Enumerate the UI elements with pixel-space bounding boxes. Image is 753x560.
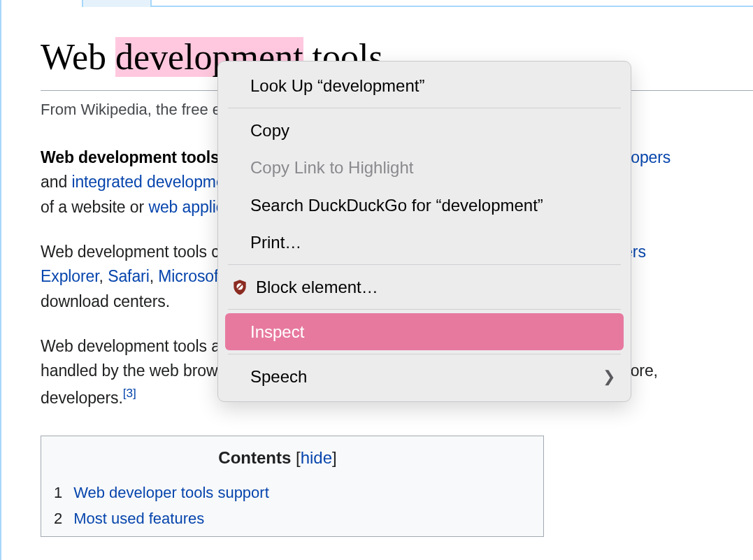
toc-item: 2 Most used features <box>54 505 501 531</box>
p1-t4: of a website or <box>41 198 148 216</box>
ctxmenu-separator <box>228 354 621 354</box>
ctxmenu-search[interactable]: Search DuckDuckGo for “development” <box>225 187 624 224</box>
p2-t4: , <box>150 267 159 285</box>
link-explorer[interactable]: Explorer <box>41 267 99 285</box>
ctxmenu-block-element[interactable]: Block element… <box>225 268 624 306</box>
p2-t7: download centers. <box>41 292 170 310</box>
ctxmenu-speech-label: Speech <box>250 364 307 389</box>
tab-strip <box>82 0 753 7</box>
ctxmenu-copy-link-label: Copy Link to Highlight <box>250 155 413 180</box>
link-safari[interactable]: Safari <box>108 267 149 285</box>
toc-toggle-group: [hide] <box>296 448 337 467</box>
ublock-shield-icon <box>231 278 249 296</box>
toc-title: Contents <box>218 448 291 467</box>
page-viewport: Web development tools From Wikipedia, th… <box>0 0 753 560</box>
toc-header: Contents [hide] <box>54 445 501 471</box>
ctxmenu-separator <box>228 309 621 310</box>
ctxmenu-print-label: Print… <box>250 229 301 255</box>
toc-box: Contents [hide] 1 Web developer tools su… <box>41 436 544 537</box>
toc-num: 2 <box>54 507 69 531</box>
ctxmenu-copy-label: Copy <box>250 117 289 143</box>
reference-3[interactable]: [3] <box>123 386 136 400</box>
ctxmenu-copy[interactable]: Copy <box>225 112 624 149</box>
ctxmenu-print[interactable]: Print… <box>225 224 624 261</box>
toc-link-2[interactable]: Most used features <box>73 510 204 527</box>
ctxmenu-speech[interactable]: Speech ❯ <box>225 358 624 395</box>
p2-t3: , <box>99 267 108 285</box>
context-menu: Look Up “development” Copy Copy Link to … <box>217 61 631 402</box>
ctxmenu-copy-link-highlight: Copy Link to Highlight <box>225 149 624 186</box>
ctxmenu-inspect-label: Inspect <box>250 319 304 345</box>
toc-num: 1 <box>54 481 69 505</box>
toc-toggle[interactable]: hide <box>301 448 332 467</box>
p1-bold: Web development tools <box>41 148 220 166</box>
title-pre: Web <box>41 37 115 77</box>
ctxmenu-look-up-label: Look Up “development” <box>250 73 424 99</box>
ctxmenu-separator <box>228 264 621 265</box>
ctxmenu-look-up[interactable]: Look Up “development” <box>225 67 624 104</box>
ctxmenu-block-label: Block element… <box>256 274 378 300</box>
toc-link-1[interactable]: Web developer tools support <box>73 484 269 501</box>
ctxmenu-search-label: Search DuckDuckGo for “development” <box>250 192 543 218</box>
ctxmenu-separator <box>228 108 621 108</box>
p3-t3: developers. <box>41 388 123 406</box>
p1-t2: and <box>41 173 71 191</box>
chevron-right-icon: ❯ <box>603 365 615 389</box>
ctxmenu-inspect[interactable]: Inspect <box>225 313 624 350</box>
toc-item: 1 Web developer tools support <box>54 479 501 505</box>
